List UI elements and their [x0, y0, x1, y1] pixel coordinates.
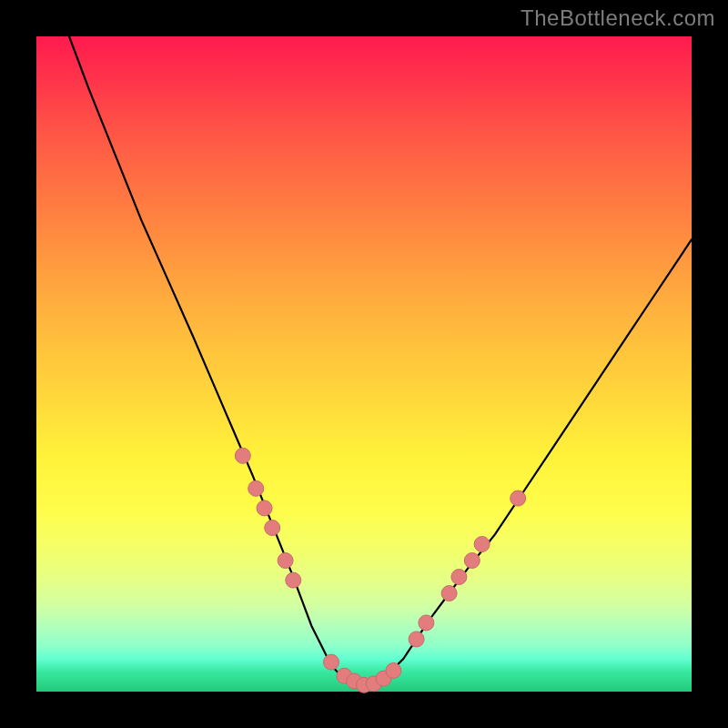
curve-right-branch: [364, 239, 692, 688]
curve-left-branch: [69, 36, 364, 688]
data-dot: [419, 615, 434, 631]
data-dots-group: [235, 448, 525, 693]
plot-area: [36, 36, 692, 692]
data-dot: [286, 572, 301, 588]
data-dot: [386, 662, 401, 678]
data-dot: [235, 448, 250, 463]
curve-layer: [36, 36, 692, 692]
chart-stage: TheBottleneck.com: [0, 0, 728, 728]
data-dot: [248, 480, 264, 496]
data-dot: [511, 490, 526, 506]
data-dot: [409, 632, 424, 647]
data-dot: [441, 586, 457, 602]
data-dot: [265, 521, 280, 536]
data-dot: [324, 654, 339, 670]
data-dot: [257, 500, 272, 516]
data-dot: [278, 553, 293, 569]
data-dot: [464, 553, 480, 569]
data-dot: [451, 570, 467, 585]
watermark-text: TheBottleneck.com: [521, 5, 715, 31]
data-dot: [474, 537, 490, 552]
